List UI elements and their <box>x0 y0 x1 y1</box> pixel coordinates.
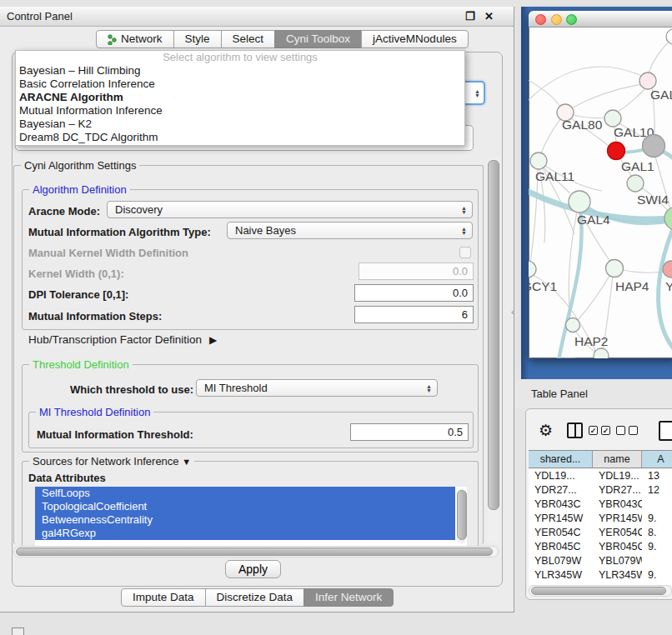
table-cell[interactable]: 9. <box>642 568 672 582</box>
bottom-tab-discretize-data[interactable]: Discretize Data <box>205 588 305 607</box>
table-cell[interactable]: YDL19... <box>529 469 593 483</box>
dpi-tolerance-input[interactable]: 0.0 <box>354 284 474 302</box>
table-cell[interactable]: YDR27... <box>593 483 642 498</box>
aracne-mode-combo[interactable]: Discovery ▲▼ <box>107 201 473 218</box>
float-panel-icon[interactable] <box>12 628 24 635</box>
mi-type-combo[interactable]: Naive Bayes ▲▼ <box>227 222 473 239</box>
tab-style[interactable]: Style <box>173 30 222 48</box>
column-header[interactable]: shared... <box>529 450 593 468</box>
table-hscrollbar-thumb[interactable] <box>531 587 666 595</box>
table-cell[interactable]: YBL079W <box>593 554 642 568</box>
network-edge[interactable] <box>541 119 560 153</box>
table-cell[interactable]: 8. <box>642 526 672 540</box>
tab-cyni-toolbox[interactable]: Cyni Toolbox <box>274 30 362 48</box>
algorithm-option[interactable]: Mutual Information Inference <box>16 104 464 118</box>
table-hscrollbar-track[interactable] <box>529 585 672 597</box>
table-cell[interactable]: YBR043C <box>593 498 642 512</box>
table-cell[interactable]: 12 <box>642 483 672 498</box>
node-swi4[interactable] <box>627 175 644 192</box>
table-cell[interactable]: YPR145W <box>529 512 593 526</box>
data-attribute-item[interactable]: BetweennessCentrality <box>35 513 455 527</box>
hub-definition-section[interactable]: Hub/Transcription Factor Definition ▶ <box>28 333 217 346</box>
mi-steps-input[interactable]: 6 <box>354 306 474 323</box>
node-gal11[interactable] <box>530 152 547 169</box>
node-gcy1[interactable] <box>529 261 536 278</box>
gear-icon[interactable]: ⚙ <box>539 421 553 440</box>
table-cell[interactable]: YDL19... <box>593 469 642 483</box>
new-table-icon[interactable] <box>659 421 672 441</box>
network-edge[interactable] <box>573 84 643 108</box>
table-cell[interactable]: YLR345W <box>529 568 593 582</box>
column-header[interactable]: A <box>642 450 672 468</box>
close-traffic-light[interactable] <box>535 14 546 25</box>
network-edge[interactable] <box>529 78 560 108</box>
settings-hscrollbar-thumb[interactable] <box>16 548 493 556</box>
node-gal10[interactable] <box>604 110 621 127</box>
bottom-tab-impute-data[interactable]: Impute Data <box>121 588 206 607</box>
table-cell[interactable]: YBR043C <box>529 498 593 512</box>
attributes-scrollbar-track[interactable] <box>457 488 466 543</box>
node-hap2[interactable] <box>566 318 580 332</box>
table-cell[interactable]: 9. <box>642 512 672 526</box>
minimize-traffic-light[interactable] <box>551 14 562 25</box>
close-window-icon[interactable]: ✕ <box>484 10 494 22</box>
settings-vscrollbar-thumb[interactable] <box>488 160 499 510</box>
settings-vscrollbar-track[interactable] <box>487 158 499 543</box>
splitter-handle-icon[interactable]: ‹ <box>511 307 514 317</box>
network-window-titlebar[interactable] <box>529 11 672 28</box>
split-columns-icon[interactable] <box>567 422 583 438</box>
table-cell[interactable]: YDR27... <box>529 483 593 498</box>
table-cell[interactable]: YER054C <box>529 526 593 540</box>
mi-threshold-input[interactable]: 0.5 <box>350 423 469 441</box>
node-big-green[interactable] <box>664 207 672 230</box>
dpi-tolerance-label: DPI Tolerance [0,1]: <box>28 288 128 301</box>
table-cell[interactable] <box>642 554 672 568</box>
tab-jactivemnodules[interactable]: jActiveMNodules <box>361 30 469 48</box>
tab-network[interactable]: Network <box>96 30 174 48</box>
data-attribute-item[interactable]: gal4RGexp <box>35 527 455 540</box>
node-partial-top[interactable] <box>666 29 672 44</box>
show-columns-icon[interactable]: ✓✓ <box>589 426 610 435</box>
manual-kernel-checkbox[interactable] <box>459 247 471 258</box>
algorithm-option[interactable]: Bayesian – K2 <box>16 118 464 131</box>
network-graph[interactable]: GALGAL80GAL10GAL1GAL11SWI4GAL4GCY1HAP4YH… <box>529 28 672 358</box>
algorithm-option[interactable]: ARACNE Algorithm <box>16 91 464 104</box>
node-gal1[interactable] <box>608 142 625 160</box>
table-cell[interactable]: YBR045C <box>593 540 642 554</box>
which-threshold-combo[interactable]: MI Threshold ▲▼ <box>196 379 438 397</box>
network-edge[interactable] <box>578 273 611 320</box>
node-gray[interactable] <box>643 135 665 158</box>
settings-hscrollbar-track[interactable] <box>13 546 499 558</box>
node-partial-bottom[interactable] <box>594 348 609 358</box>
tab-select[interactable]: Select <box>221 30 276 48</box>
data-attribute-item[interactable]: TopologicalCoefficient <box>35 500 455 513</box>
node-hap4[interactable] <box>606 260 624 278</box>
table-cell[interactable]: YBR045C <box>529 540 593 554</box>
attributes-scrollbar-thumb[interactable] <box>457 490 467 540</box>
table-cell[interactable]: YPR145W <box>593 512 642 526</box>
node-gal4[interactable] <box>569 191 590 212</box>
table-cell[interactable]: YLR345W <box>593 568 642 582</box>
network-edge[interactable] <box>619 88 646 111</box>
algorithm-option[interactable]: Bayesian – Hill Climbing <box>16 64 464 78</box>
collapse-arrow-icon[interactable]: ▼ <box>182 457 191 467</box>
table-cell[interactable]: YBL079W <box>529 554 593 568</box>
table-cell[interactable]: 9. <box>642 540 672 554</box>
table-cell[interactable]: YER054C <box>593 526 642 540</box>
table-cell[interactable] <box>642 498 672 512</box>
algorithm-option[interactable]: Basic Correlation Inference <box>16 78 464 91</box>
zoom-traffic-light[interactable] <box>566 14 577 25</box>
kernel-width-input[interactable]: 0.0 <box>359 262 474 280</box>
node-hap4-label: HAP4 <box>615 279 649 293</box>
data-attribute-item[interactable]: SelfLoops <box>35 487 455 500</box>
float-window-icon[interactable]: ❐ <box>465 10 475 22</box>
algorithm-option[interactable]: Dream8 DC_TDC Algorithm <box>16 131 464 144</box>
apply-button[interactable]: Apply <box>225 560 281 578</box>
mi-steps-label: Mutual Information Steps: <box>28 310 162 322</box>
hide-columns-icon[interactable] <box>616 426 638 435</box>
table-cell[interactable]: 13 <box>642 469 672 483</box>
control-panel-titlebar[interactable] <box>0 7 514 27</box>
bottom-tab-infer-network[interactable]: Infer Network <box>303 588 394 607</box>
column-header[interactable]: name <box>593 450 642 468</box>
node-gal-partial[interactable] <box>639 72 656 89</box>
